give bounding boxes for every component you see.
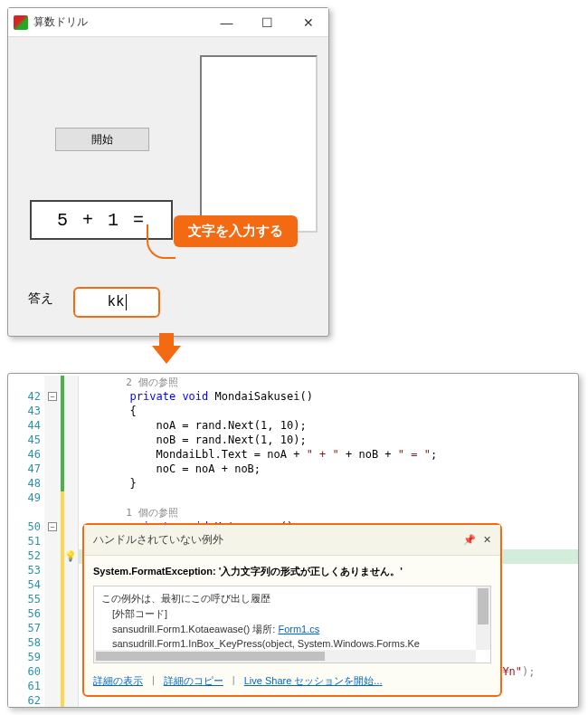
fold-icon[interactable]: −: [48, 392, 57, 401]
exception-close-icon[interactable]: ✕: [483, 534, 491, 546]
maximize-button[interactable]: ☐: [247, 9, 288, 36]
arrow-down-icon: [152, 346, 181, 364]
history-listbox[interactable]: [200, 55, 318, 233]
stack-frame: sansudrill.Form1.Kotaeawase() 場所: Form1.…: [101, 623, 483, 636]
view-details-link[interactable]: 詳細の表示: [93, 674, 143, 688]
titlebar: 算数ドリル — ☐ ✕: [8, 8, 328, 37]
liveshare-link[interactable]: Live Share セッションを開始...: [244, 674, 383, 688]
window-title: 算数ドリル: [33, 14, 206, 30]
stack-link[interactable]: Form1.cs: [278, 624, 319, 634]
stack-frame: sansudrill.Form1.InBox_KeyPress(object, …: [101, 638, 483, 649]
close-button[interactable]: ✕: [288, 9, 328, 36]
answer-value: kk: [107, 294, 124, 310]
fold-icon[interactable]: −: [48, 522, 57, 531]
exception-title: ハンドルされていない例外: [93, 532, 463, 548]
answer-input[interactable]: kk: [73, 287, 160, 318]
callout-input: 文字を入力する: [174, 215, 298, 247]
exception-footer: 詳細の表示 | 詳細のコピー | Live Share セッションを開始...: [84, 669, 500, 695]
lightbulb-icon[interactable]: 💡: [64, 550, 77, 562]
text-cursor: [126, 294, 127, 310]
minimize-button[interactable]: —: [206, 9, 247, 36]
scrollbar-vertical[interactable]: [476, 586, 490, 650]
stack-external: [外部コード]: [101, 607, 483, 621]
app-body: 開始 5 + 1 = 答え kk: [8, 37, 328, 336]
window-controls: — ☐ ✕: [206, 9, 328, 36]
stack-header: この例外は、最初にこの呼び出し履歴: [101, 592, 483, 605]
exception-header: ハンドルされていない例外 📌 ✕: [84, 525, 500, 556]
app-icon: [14, 15, 28, 30]
exception-message: System.FormatException: '入力文字列の形式が正しくありま…: [93, 565, 491, 578]
app-window: 算数ドリル — ☐ ✕ 開始 5 + 1 = 答え kk: [7, 7, 329, 337]
scrollbar-horizontal[interactable]: [94, 650, 476, 663]
pin-icon[interactable]: 📌: [463, 534, 476, 546]
start-button[interactable]: 開始: [55, 128, 149, 151]
exception-popup: ハンドルされていない例外 📌 ✕ System.FormatException:…: [82, 523, 502, 697]
answer-label: 答え: [28, 291, 53, 307]
exception-stacktrace[interactable]: この例外は、最初にこの呼び出し履歴 [外部コード] sansudrill.For…: [93, 586, 491, 663]
code-editor-panel: 2 個の参照 42− private void MondaiSakusei() …: [7, 373, 579, 708]
copy-details-link[interactable]: 詳細のコピー: [164, 674, 223, 688]
